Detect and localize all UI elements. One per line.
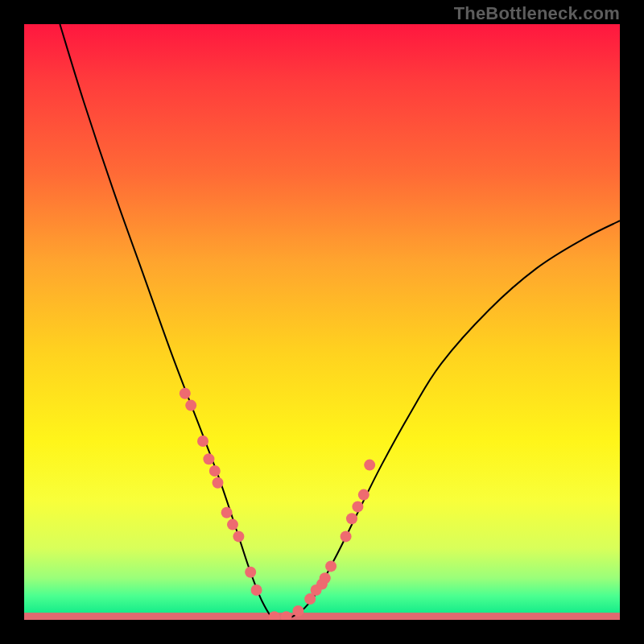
sample-point	[209, 465, 221, 477]
sample-point	[281, 611, 292, 620]
sample-point	[358, 489, 369, 501]
sample-points	[180, 388, 375, 620]
sample-point	[185, 400, 196, 411]
sample-point	[346, 513, 357, 524]
sample-point	[251, 584, 262, 596]
sample-point	[180, 388, 191, 399]
bottleneck-curve-path	[60, 24, 620, 620]
sample-point	[233, 530, 244, 542]
baseline-band-rect	[24, 613, 620, 620]
sample-point	[213, 477, 224, 489]
sample-point	[227, 519, 238, 530]
sample-point	[197, 436, 208, 447]
attribution-label: TheBottleneck.com	[454, 3, 620, 24]
sample-point	[203, 453, 214, 464]
sample-point	[352, 501, 363, 512]
sample-point	[221, 507, 233, 518]
sample-point	[269, 611, 280, 620]
sample-point	[325, 560, 336, 572]
sample-point	[364, 460, 375, 471]
sample-point	[341, 530, 352, 542]
bottleneck-chart-svg	[24, 24, 620, 620]
bottleneck-curve	[60, 24, 620, 620]
chart-plot-area	[24, 24, 620, 620]
baseline-band	[24, 613, 620, 620]
sample-point	[292, 605, 303, 617]
sample-point	[320, 572, 331, 584]
sample-point	[245, 567, 256, 578]
